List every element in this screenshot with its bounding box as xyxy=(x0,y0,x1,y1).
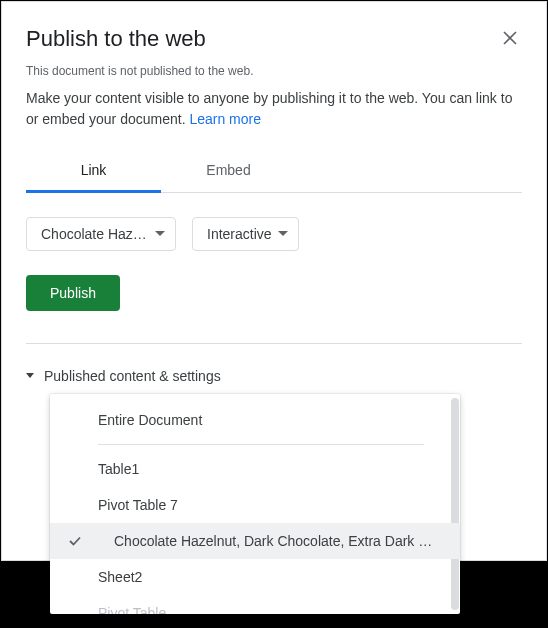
dropdown-item-entire[interactable]: Entire Document xyxy=(50,402,460,438)
published-content-expander[interactable]: Published content & settings xyxy=(26,368,522,384)
expander-label: Published content & settings xyxy=(44,368,221,384)
publish-button[interactable]: Publish xyxy=(26,275,120,311)
dropdown-item[interactable]: Pivot Table xyxy=(50,595,460,614)
dialog-title: Publish to the web xyxy=(26,26,206,52)
learn-more-link[interactable]: Learn more xyxy=(189,111,261,127)
chevron-down-icon xyxy=(278,231,288,237)
dropdown-item[interactable]: Table1 xyxy=(50,451,460,487)
dropdown-item-selected[interactable]: Chocolate Hazelnut, Dark Chocolate, Extr… xyxy=(50,523,460,559)
sheet-select-label: Chocolate Hazel… xyxy=(41,226,149,242)
dropdown-item[interactable]: Sheet2 xyxy=(50,559,460,595)
close-button[interactable] xyxy=(498,26,522,50)
dropdown-item-label: Chocolate Hazelnut, Dark Chocolate, Extr… xyxy=(114,533,432,549)
dialog-description: Make your content visible to anyone by p… xyxy=(26,88,522,130)
publish-dialog: Publish to the web This document is not … xyxy=(1,1,547,561)
mode-select-label: Interactive xyxy=(207,226,272,242)
check-icon xyxy=(68,534,82,548)
sheet-select[interactable]: Chocolate Hazel… xyxy=(26,217,176,251)
mode-select[interactable]: Interactive xyxy=(192,217,299,251)
dropdown-divider xyxy=(98,444,424,445)
sheet-dropdown: Entire Document Table1 Pivot Table 7 Cho… xyxy=(50,394,460,614)
tabs: Link Embed xyxy=(26,150,522,193)
description-text: Make your content visible to anyone by p… xyxy=(26,90,512,127)
caret-down-icon xyxy=(26,373,34,379)
chevron-down-icon xyxy=(155,231,165,237)
dialog-subtitle: This document is not published to the we… xyxy=(26,64,522,78)
tab-embed[interactable]: Embed xyxy=(161,150,296,192)
tab-link[interactable]: Link xyxy=(26,150,161,193)
dropdown-item[interactable]: Pivot Table 7 xyxy=(50,487,460,523)
close-icon xyxy=(503,31,517,45)
divider xyxy=(26,343,522,344)
